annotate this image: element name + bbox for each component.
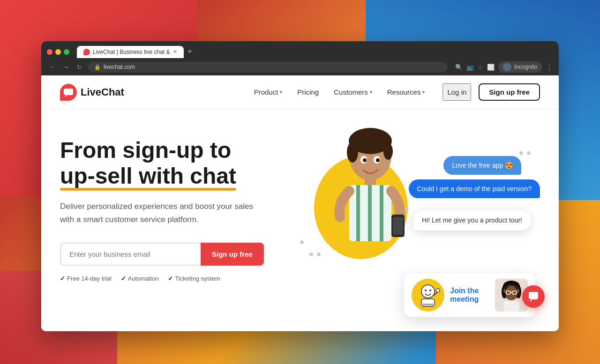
more-button[interactable]: ⋮	[546, 63, 553, 72]
svg-rect-34	[529, 292, 538, 299]
dot-minimize[interactable]	[55, 49, 61, 55]
incognito-text: Incognito	[514, 64, 537, 70]
search-button[interactable]: 🔍	[455, 64, 463, 71]
feature-ticketing: ✓ Ticketing system	[168, 275, 220, 282]
nav-resources[interactable]: Resources ▾	[381, 84, 432, 100]
nav-auth: Log in Sign up free	[442, 83, 540, 101]
dot-maximize[interactable]	[64, 49, 69, 55]
hero-right: Love the free app 😍 Could I get a demo o…	[300, 128, 540, 331]
svg-rect-8	[368, 185, 372, 241]
nav-customers-label: Customers	[334, 88, 368, 96]
nav-product-label: Product	[254, 88, 278, 96]
check-icon-2: ✓	[121, 275, 126, 282]
signup-hero-button[interactable]: Sign up free	[201, 243, 264, 266]
lock-icon: 🔒	[94, 64, 101, 70]
chat-bubble-3: Hi! Let me give you a product tour!	[413, 210, 531, 230]
bubble3-text: Hi! Let me give you a product tour!	[422, 216, 522, 224]
svg-rect-11	[393, 217, 403, 235]
tab-close-button[interactable]: ✕	[173, 49, 177, 55]
customers-chevron-icon: ▾	[370, 89, 372, 95]
livechat-widget[interactable]	[522, 285, 545, 308]
feature-ticketing-label: Ticketing system	[175, 275, 220, 282]
browser-dots	[47, 49, 69, 55]
chat-bubble-2: Could I get a demo of the paid version?	[409, 179, 540, 198]
hero-subtitle: Deliver personalized experiences and boo…	[60, 200, 257, 225]
nav-pricing-label: Pricing	[297, 88, 319, 96]
website-content: LiveChat Product ▾ Pricing Customers ▾ R…	[41, 75, 559, 331]
email-input[interactable]	[60, 243, 201, 266]
bubble2-text: Could I get a demo of the paid version?	[417, 185, 532, 193]
nav-resources-label: Resources	[387, 88, 421, 96]
hero-left: From sign-up to up-sell with chat Delive…	[60, 128, 300, 331]
dot-close[interactable]	[47, 49, 52, 55]
svg-point-18	[429, 290, 431, 291]
dot-decor-1	[527, 151, 531, 155]
feature-automation: ✓ Automation	[121, 275, 159, 282]
chat-bubble-1: Love the free app 😍	[443, 156, 521, 175]
nav-customers[interactable]: Customers ▾	[327, 84, 379, 100]
dot-decor-5	[300, 240, 304, 244]
check-icon-1: ✓	[60, 275, 65, 282]
nav-pricing[interactable]: Pricing	[291, 84, 325, 100]
site-nav: LiveChat Product ▾ Pricing Customers ▾ R…	[41, 75, 559, 109]
browser-chrome: LiveChat | Business live chat & ✕ + ← → …	[41, 41, 559, 75]
svg-point-4	[383, 143, 393, 160]
svg-point-16	[421, 285, 435, 298]
svg-rect-9	[380, 185, 383, 241]
svg-rect-31	[503, 301, 519, 312]
incognito-badge: 👤 Incognito	[498, 61, 542, 73]
login-button[interactable]: Log in	[442, 83, 471, 101]
svg-point-3	[347, 142, 358, 163]
feature-trial: ✓ Free 14-day trial	[60, 275, 112, 282]
browser-actions: 🔍 📺 ☆ ⬜ 👤 Incognito ⋮	[455, 61, 553, 73]
dot-decor-3	[309, 253, 313, 256]
logo-icon	[60, 84, 77, 101]
join-meeting-label[interactable]: Join the meeting	[450, 287, 479, 303]
browser-window: LiveChat | Business live chat & ✕ + ← → …	[41, 41, 559, 331]
bubble1-text: Love the free app 😍	[452, 162, 513, 169]
tab-favicon	[83, 49, 90, 55]
svg-point-14	[363, 158, 367, 162]
svg-point-17	[425, 290, 427, 291]
svg-rect-20	[420, 304, 436, 305]
hero-title-line1: From sign-up to	[60, 138, 231, 163]
svg-rect-0	[64, 89, 73, 95]
svg-point-27	[505, 286, 518, 300]
incognito-avatar: 👤	[503, 63, 511, 71]
logo-text: LiveChat	[81, 86, 124, 98]
dot-decor-2	[519, 151, 523, 155]
hero-title-line2: up-sell with chat	[60, 163, 236, 189]
reload-button[interactable]: ↻	[75, 63, 84, 72]
url-text: livechat.com	[104, 64, 135, 70]
svg-point-15	[376, 158, 380, 162]
address-bar[interactable]: 🔒 livechat.com	[88, 62, 448, 72]
hero-features: ✓ Free 14-day trial ✓ Automation ✓ Ticke…	[60, 275, 300, 282]
back-button[interactable]: ←	[47, 62, 57, 72]
signup-nav-button[interactable]: Sign up free	[479, 83, 540, 101]
check-icon-3: ✓	[168, 275, 173, 282]
meeting-card-content: Join the meeting	[450, 287, 489, 304]
browser-toolbar: ← → ↻ 🔒 livechat.com 🔍 📺 ☆ ⬜ 👤 Incognito…	[41, 59, 559, 75]
new-tab-button[interactable]: +	[184, 45, 196, 59]
svg-rect-7	[356, 185, 360, 241]
svg-rect-32	[503, 289, 506, 293]
nav-items: Product ▾ Pricing Customers ▾ Resources …	[248, 84, 432, 100]
product-chevron-icon: ▾	[280, 89, 282, 95]
svg-point-21	[436, 289, 440, 292]
feature-automation-label: Automation	[128, 275, 159, 282]
browser-tab-active[interactable]: LiveChat | Business live chat & ✕	[77, 46, 184, 58]
svg-rect-33	[517, 289, 519, 293]
feature-trial-label: Free 14-day trial	[67, 275, 112, 282]
cast-button[interactable]: 📺	[466, 64, 474, 71]
forward-button[interactable]: →	[61, 62, 71, 72]
meeting-card[interactable]: Join the meeting	[404, 273, 535, 317]
tab-manager-button[interactable]: ⬜	[487, 64, 495, 71]
hero-form: Sign up free	[60, 243, 300, 266]
logo[interactable]: LiveChat	[60, 84, 124, 101]
tab-title: LiveChat | Business live chat &	[93, 49, 170, 55]
bookmark-button[interactable]: ☆	[478, 64, 483, 71]
nav-product[interactable]: Product ▾	[248, 84, 289, 100]
hero-section: From sign-up to up-sell with chat Delive…	[41, 109, 559, 331]
browser-tabs: LiveChat | Business live chat & ✕ +	[41, 41, 559, 59]
hero-title: From sign-up to up-sell with chat	[60, 137, 300, 189]
